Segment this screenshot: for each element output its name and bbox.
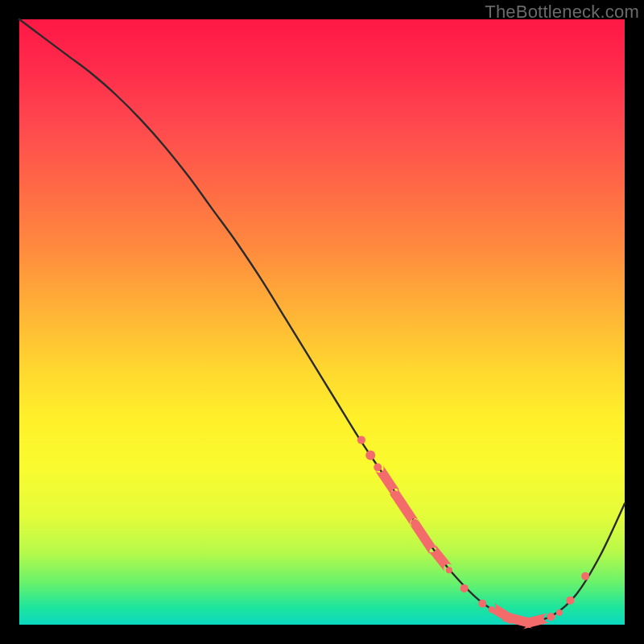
data-marker xyxy=(446,567,452,573)
data-marker xyxy=(581,572,589,580)
data-marker xyxy=(478,600,486,608)
data-marker xyxy=(365,450,375,460)
data-marker xyxy=(566,597,574,605)
chart-svg xyxy=(19,19,625,625)
data-marker xyxy=(556,609,563,616)
data-marker xyxy=(547,613,555,621)
data-marker xyxy=(460,584,469,592)
plot-area xyxy=(19,19,625,625)
data-marker xyxy=(374,464,382,472)
bottleneck-curve xyxy=(19,19,625,621)
data-marker xyxy=(357,436,365,444)
data-markers xyxy=(357,436,589,630)
chart-frame: TheBottleneck.com xyxy=(0,0,644,644)
